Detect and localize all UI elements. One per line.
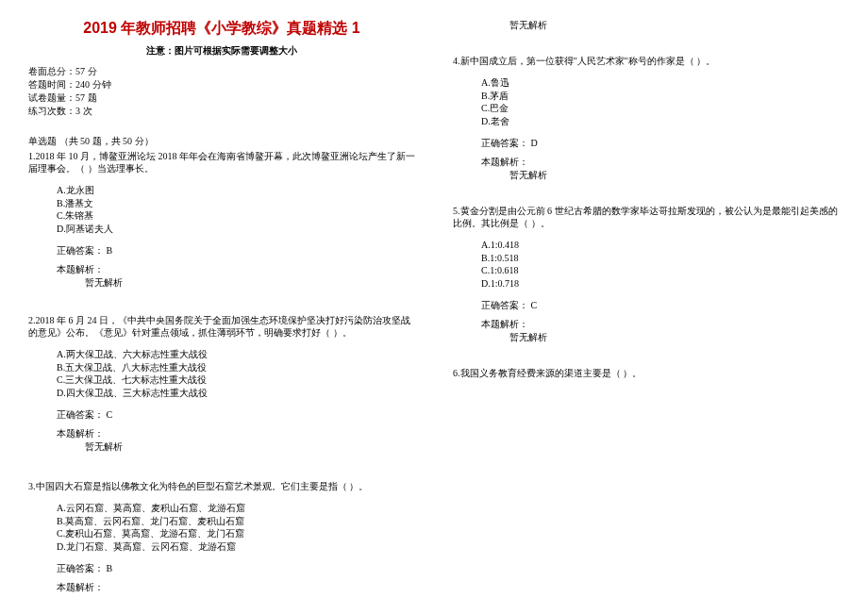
meta-total-score: 卷面总分：57 分 <box>28 65 415 78</box>
option-b: B.五大保卫战、八大标志性重大战役 <box>57 361 415 374</box>
analysis-text: 暂无解析 <box>509 19 840 32</box>
answer-line: 正确答案： B <box>57 244 415 257</box>
analysis-label: 本题解析： <box>57 263 415 276</box>
option-b: B.莫高窟、云冈石窟、龙门石窟、麦积山石窟 <box>57 515 415 528</box>
question-stem: 3.中国四大石窟是指以佛教文化为特色的巨型石窟艺术景观。它们主要是指（ ）。 <box>28 480 415 492</box>
answer-line: 正确答案： C <box>57 408 415 422</box>
analysis-text: 暂无解析 <box>509 169 840 182</box>
analysis-text: 暂无解析 <box>509 331 840 344</box>
answer-label: 正确答案： <box>57 563 104 573</box>
answer-value: B <box>107 563 113 573</box>
option-c: C.巴金 <box>481 102 840 115</box>
question-stem: 4.新中国成立后，第一位获得"人民艺术家"称号的作家是（ ）。 <box>453 55 840 67</box>
option-d: D.四大保卫战、三大标志性重大战役 <box>57 387 415 400</box>
option-a: A.鲁迅 <box>481 76 840 90</box>
answer-label: 正确答案： <box>57 409 104 420</box>
question-stem: 5.黄金分割是由公元前 6 世纪古希腊的数学家毕达哥拉斯发现的，被公认为是最能引… <box>453 205 840 229</box>
meta-practice-times: 练习次数：3 次 <box>28 105 415 118</box>
option-b: B.茅盾 <box>481 90 840 103</box>
option-d: D.老舍 <box>481 115 840 128</box>
option-d: D.1:0.718 <box>481 277 840 290</box>
meta-question-count: 试卷题量：57 题 <box>28 91 415 105</box>
analysis-label: 本题解析： <box>57 427 415 440</box>
option-c: C.三大保卫战、七大标志性重大战役 <box>57 373 415 387</box>
question-stem: 1.2018 年 10 月，博鳌亚洲论坛 2018 年年会在海南省博鳌开幕，此次… <box>28 150 415 174</box>
document-title: 2019 年教师招聘《小学教综》真题精选 1 <box>28 19 415 39</box>
answer-line: 正确答案： C <box>481 299 840 312</box>
answer-line: 正确答案： D <box>481 137 840 150</box>
option-a: A.龙永图 <box>57 184 415 197</box>
section-header: 单选题 （共 50 题，共 50 分） <box>28 135 415 148</box>
answer-value: D <box>531 138 538 148</box>
document-note: 注意：图片可根据实际需要调整大小 <box>28 44 415 58</box>
analysis-label: 本题解析： <box>481 156 840 169</box>
question-options: A.云冈石窟、莫高窟、麦积山石窟、龙游石窟 B.莫高窟、云冈石窟、龙门石窟、麦积… <box>57 502 415 553</box>
answer-label: 正确答案： <box>481 300 528 310</box>
option-c: C.朱镕基 <box>57 209 415 223</box>
question-options: A.龙永图 B.潘基文 C.朱镕基 D.阿基诺夫人 <box>57 184 415 235</box>
analysis-text: 暂无解析 <box>85 276 415 290</box>
question-options: A.1:0.418 B.1:0.518 C.1:0.618 D.1:0.718 <box>481 239 840 290</box>
question-stem: 2.2018 年 6 月 24 日，《中共中央国务院关于全面加强生态环境保护坚决… <box>28 314 415 339</box>
analysis-text: 暂无解析 <box>85 440 415 454</box>
option-d: D.阿基诺夫人 <box>57 223 415 236</box>
answer-value: C <box>531 300 538 310</box>
answer-line: 正确答案： B <box>57 562 415 575</box>
analysis-label: 本题解析： <box>481 318 840 331</box>
answer-value: B <box>107 245 113 256</box>
answer-value: C <box>107 409 113 420</box>
question-options: A.鲁迅 B.茅盾 C.巴金 D.老舍 <box>481 76 840 127</box>
answer-label: 正确答案： <box>481 138 528 148</box>
option-a: A.两大保卫战、六大标志性重大战役 <box>57 348 415 361</box>
option-b: B.潘基文 <box>57 197 415 210</box>
option-a: A.1:0.418 <box>481 239 840 252</box>
option-a: A.云冈石窟、莫高窟、麦积山石窟、龙游石窟 <box>57 502 415 515</box>
answer-label: 正确答案： <box>57 245 104 256</box>
question-stem: 6.我国义务教育经费来源的渠道主要是（ ）。 <box>453 367 840 379</box>
option-c: C.麦积山石窟、莫高窟、龙游石窟、龙门石窟 <box>57 527 415 540</box>
option-d: D.龙门石窟、莫高窟、云冈石窟、龙游石窟 <box>57 540 415 554</box>
option-c: C.1:0.618 <box>481 264 840 277</box>
question-options: A.两大保卫战、六大标志性重大战役 B.五大保卫战、八大标志性重大战役 C.三大… <box>57 348 415 399</box>
analysis-label: 本题解析： <box>57 581 415 594</box>
meta-duration: 答题时间：240 分钟 <box>28 78 415 91</box>
option-b: B.1:0.518 <box>481 252 840 265</box>
